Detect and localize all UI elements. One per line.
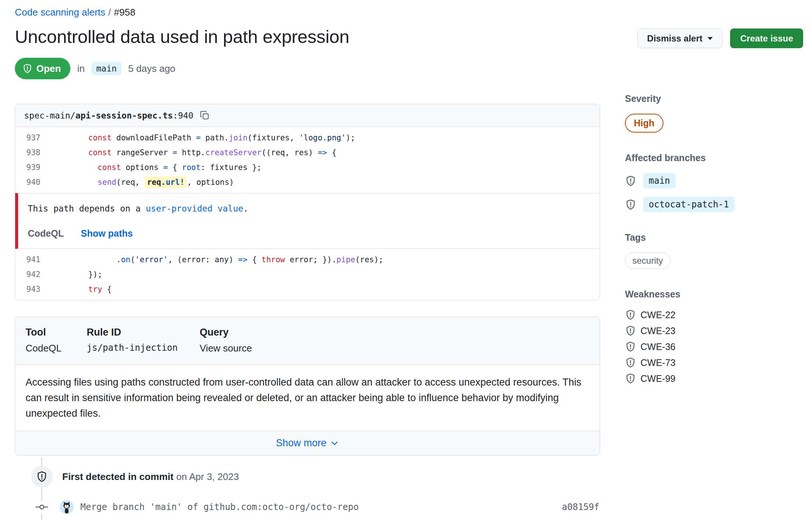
code-text: .on('error', (error: any) => { throw err…: [51, 255, 383, 264]
weakness-label[interactable]: CWE-23: [640, 326, 675, 336]
avatar[interactable]: [60, 500, 74, 514]
show-more-button[interactable]: Show more: [276, 437, 339, 449]
line-number: 940: [15, 178, 51, 187]
shield-alert-icon: [625, 199, 636, 210]
chevron-down-icon: [330, 439, 339, 448]
code-snippet-card: spec-main/api-session-spec.ts:940 937 co…: [15, 104, 600, 300]
shield-alert-icon: [625, 341, 636, 352]
line-number: 938: [15, 148, 51, 157]
sidebar: Severity High Affected branches mainocto…: [625, 93, 803, 520]
page-title: Uncontrolled data used in path expressio…: [15, 26, 637, 47]
tool-column-value: CodeQL: [26, 343, 87, 354]
create-issue-label: Create issue: [740, 33, 793, 44]
code-text: });: [51, 270, 102, 279]
line-number: 943: [15, 285, 51, 294]
weakness-item: CWE-22: [625, 309, 803, 320]
header-actions: Dismiss alert Create issue: [637, 29, 803, 48]
breadcrumb-link-code-scanning-alerts[interactable]: Code scanning alerts: [15, 7, 105, 18]
shield-alert-icon: [625, 357, 636, 368]
shield-alert-icon: [625, 373, 636, 384]
code-line-937: 937 const downloadFilePath = path.join(f…: [15, 130, 600, 145]
dismiss-alert-label: Dismiss alert: [647, 33, 702, 44]
chevron-down-icon: [708, 37, 713, 40]
line-number: 937: [15, 133, 51, 142]
breadcrumb-separator: /: [108, 7, 111, 18]
alert-message: This path depends on a user-provided val…: [28, 204, 591, 213]
main-column: spec-main/api-session-spec.ts:940 937 co…: [15, 93, 600, 520]
severity-section: Severity High: [625, 93, 803, 133]
copy-path-button[interactable]: [199, 110, 210, 121]
tags-section: Tags security: [625, 232, 803, 269]
weakness-label[interactable]: CWE-73: [640, 357, 675, 368]
code-file-header: spec-main/api-session-spec.ts:940: [15, 104, 600, 127]
breadcrumb-current: #958: [114, 7, 136, 18]
show-more-bar: Show more: [15, 431, 600, 455]
rule-description: Accessing files using paths constructed …: [15, 364, 600, 431]
copy-icon: [199, 110, 210, 121]
severity-badge: High: [625, 114, 663, 133]
code-scanning-alert-page: Code scanning alerts/#958 Uncontrolled d…: [0, 0, 812, 520]
view-source-link[interactable]: View source: [200, 343, 252, 354]
commit-hash[interactable]: a08159f: [562, 502, 599, 512]
tag-pill[interactable]: security: [625, 253, 670, 269]
code-line-939: 939 const options = { root: fixtures };: [15, 160, 600, 175]
affected-branches-list: mainoctocat-patch-1: [625, 173, 803, 212]
weaknesses-section: Weaknesses CWE-22CWE-23CWE-36CWE-73CWE-9…: [625, 289, 803, 384]
tags-list: security: [625, 253, 803, 269]
status-row: Open in main 5 days ago: [15, 58, 803, 79]
tool-column: Tool CodeQL: [26, 327, 87, 354]
commit-row: Merge branch 'main' of github.com:octo-o…: [15, 500, 600, 514]
weakness-item: CWE-99: [625, 373, 803, 384]
rule-details-card: Tool CodeQL Rule ID js/path-injection Qu…: [15, 317, 600, 456]
rule-id-column-header: Rule ID: [87, 327, 200, 338]
affected-branches-section: Affected branches mainoctocat-patch-1: [625, 153, 803, 212]
shield-alert-icon: [625, 175, 636, 187]
weakness-label[interactable]: CWE-99: [640, 373, 675, 384]
rule-summary-strip: Tool CodeQL Rule ID js/path-injection Qu…: [15, 317, 600, 364]
status-branch-label[interactable]: main: [91, 62, 122, 75]
first-detected-event: First detected in commit on Apr 3, 2023: [15, 458, 600, 487]
status-age: 5 days ago: [128, 63, 175, 74]
line-number: 941: [15, 255, 51, 264]
first-detected-text: First detected in commit on Apr 3, 2023: [62, 471, 239, 483]
weaknesses-heading: Weaknesses: [625, 289, 803, 300]
git-commit-icon: [33, 501, 51, 513]
shield-alert-icon: [625, 309, 636, 320]
weakness-item: CWE-73: [625, 357, 803, 368]
code-text: const downloadFilePath = path.join(fixtu…: [51, 133, 355, 142]
code-line-938: 938 const rangeServer = http.createServe…: [15, 145, 600, 160]
tags-heading: Tags: [625, 232, 803, 243]
commit-message[interactable]: Merge branch 'main' of github.com:octo-o…: [80, 502, 562, 512]
branch-label[interactable]: main: [643, 173, 676, 189]
shield-alert-icon: [625, 325, 636, 336]
weakness-item: CWE-23: [625, 325, 803, 336]
rule-id-column: Rule ID js/path-injection: [87, 327, 200, 354]
header-row: Uncontrolled data used in path expressio…: [15, 26, 803, 48]
weakness-label[interactable]: CWE-36: [640, 341, 675, 352]
code-text: send(req, req.url!, options): [51, 178, 234, 187]
weaknesses-list: CWE-22CWE-23CWE-36CWE-73CWE-99: [625, 309, 803, 384]
code-file-path: spec-main/api-session-spec.ts:940: [24, 111, 193, 120]
weakness-label[interactable]: CWE-22: [640, 310, 675, 320]
dismiss-alert-button[interactable]: Dismiss alert: [637, 29, 723, 48]
show-more-label: Show more: [276, 437, 327, 449]
rule-id-column-value: js/path-injection: [87, 343, 200, 353]
code-line-942: 942 });: [15, 267, 600, 282]
open-status-badge: Open: [15, 58, 70, 79]
create-issue-button[interactable]: Create issue: [730, 29, 803, 48]
breadcrumb: Code scanning alerts/#958: [15, 7, 803, 18]
shield-alert-icon: [22, 63, 33, 74]
severity-heading: Severity: [625, 93, 803, 104]
code-lines-above: 937 const downloadFilePath = path.join(f…: [15, 127, 600, 193]
branch-label[interactable]: octocat-patch-1: [643, 197, 735, 212]
show-paths-link[interactable]: Show paths: [81, 228, 133, 239]
line-number: 942: [15, 270, 51, 279]
code-text: const options = { root: fixtures };: [51, 163, 262, 172]
status-in-label: in: [77, 63, 84, 74]
codeql-alert-annotation: This path depends on a user-provided val…: [15, 193, 600, 249]
alert-footer: CodeQL Show paths: [28, 228, 591, 239]
affected-branch-item: octocat-patch-1: [625, 197, 803, 212]
weakness-item: CWE-36: [625, 341, 803, 352]
alert-tool-name: CodeQL: [28, 228, 64, 239]
affected-branches-heading: Affected branches: [625, 153, 803, 163]
